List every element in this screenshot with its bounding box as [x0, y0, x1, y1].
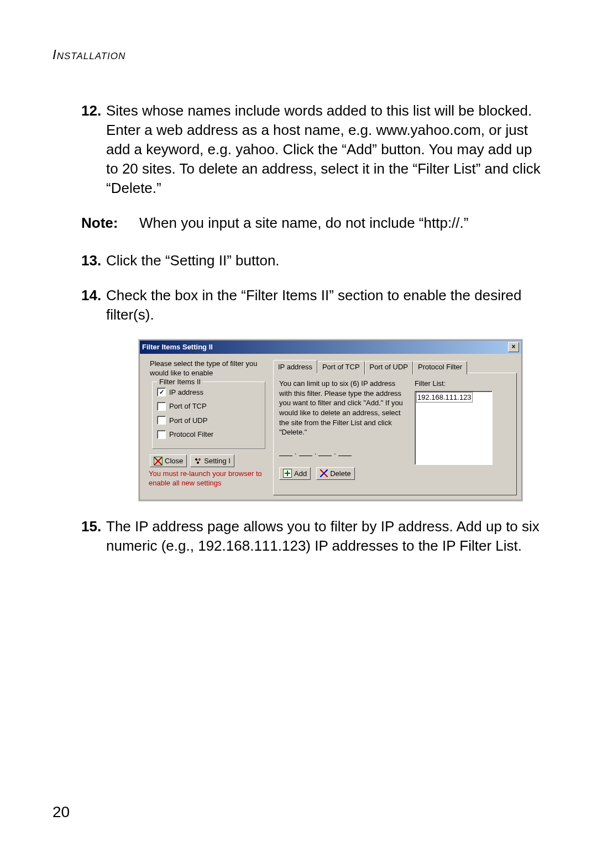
- tab-panel: You can limit up to six (6) IP address w…: [273, 373, 517, 495]
- checkbox-label: Protocol Filter: [169, 430, 213, 440]
- close-icon: [154, 457, 163, 466]
- titlebar: Filter Items Setting II ×: [140, 341, 521, 354]
- delete-icon: [320, 469, 328, 477]
- step-15: 15. The IP address page allows you to fi…: [81, 517, 544, 556]
- left-pane: Please select the type of filter you wou…: [144, 359, 273, 496]
- checkbox-row-protocol[interactable]: Protocol Filter: [157, 430, 260, 440]
- instruction-steps: 12. Sites whose names include words adde…: [81, 101, 544, 556]
- step-14: 14. Check the box in the “Filter Items I…: [81, 286, 544, 325]
- checkbox-icon[interactable]: [157, 388, 166, 396]
- add-icon: [283, 469, 292, 478]
- window-title: Filter Items Setting II: [142, 342, 508, 352]
- step-text: Check the box in the “Filter Items II” s…: [106, 286, 544, 325]
- step-number: 12.: [81, 101, 106, 198]
- ip-octet-field[interactable]: [299, 448, 312, 456]
- tab-port-tcp[interactable]: Port of TCP: [317, 361, 365, 375]
- tab-strip: IP address Port of TCP Port of UDP Proto…: [273, 360, 517, 374]
- note-label: Note:: [81, 213, 139, 233]
- checkbox-row-udp[interactable]: Port of UDP: [157, 416, 260, 426]
- step-text: Sites whose names include words added to…: [106, 101, 544, 198]
- filter-list-label: Filter List:: [415, 379, 511, 389]
- settings-icon: [194, 457, 202, 465]
- checkbox-icon[interactable]: [157, 416, 166, 425]
- step-number: 13.: [81, 251, 106, 270]
- ip-octet-field[interactable]: [318, 448, 332, 456]
- tab-description-column: You can limit up to six (6) IP address w…: [279, 379, 409, 489]
- setting-i-button-label: Setting I: [204, 456, 231, 466]
- note-row: Note: When you input a site name, do not…: [81, 213, 544, 233]
- step-text: Click the “Setting II” button.: [106, 251, 544, 270]
- ip-octet-field[interactable]: [279, 448, 292, 456]
- checkbox-label: IP address: [169, 388, 203, 398]
- ip-octet-field[interactable]: [338, 448, 352, 456]
- step-text: The IP address page allows you to filter…: [106, 517, 544, 556]
- list-item[interactable]: 192.168.111.123: [416, 392, 473, 403]
- delete-button[interactable]: Delete: [316, 467, 355, 480]
- setting-i-button[interactable]: Setting I: [190, 454, 234, 468]
- tab-protocol-filter[interactable]: Protocol Filter: [413, 361, 467, 375]
- note-text: When you input a site name, do not inclu…: [139, 213, 544, 233]
- step-number: 14.: [81, 286, 106, 325]
- add-button[interactable]: Add: [279, 467, 311, 480]
- dot-icon: .: [295, 447, 297, 457]
- tab-ip-address[interactable]: IP address: [273, 360, 317, 374]
- tab-port-udp[interactable]: Port of UDP: [365, 361, 413, 375]
- left-button-row: Close Setting I: [150, 454, 269, 468]
- delete-button-label: Delete: [330, 469, 351, 479]
- checkbox-row-ip[interactable]: IP address: [157, 388, 260, 398]
- checkbox-icon[interactable]: [157, 430, 166, 439]
- ip-address-input[interactable]: . . .: [279, 447, 409, 457]
- embedded-screenshot: Filter Items Setting II × Please select …: [139, 340, 544, 501]
- filter-type-prompt: Please select the type of filter you wou…: [144, 359, 269, 378]
- relaunch-warning: You must re-launch your browser to enabl…: [149, 469, 269, 488]
- dialog-body: Please select the type of filter you wou…: [140, 354, 521, 500]
- checkbox-icon[interactable]: [157, 402, 166, 411]
- checkbox-label: Port of TCP: [169, 401, 207, 411]
- step-13: 13. Click the “Setting II” button.: [81, 251, 544, 270]
- filter-listbox[interactable]: 192.168.111.123: [415, 391, 493, 465]
- window-close-button[interactable]: ×: [508, 342, 519, 352]
- dot-icon: .: [315, 447, 317, 457]
- filter-list-column: Filter List: 192.168.111.123: [409, 379, 511, 489]
- dialog-window: Filter Items Setting II × Please select …: [139, 340, 522, 501]
- dot-icon: .: [334, 447, 336, 457]
- close-button-label: Close: [165, 456, 183, 466]
- section-header: Installation: [53, 47, 544, 62]
- add-delete-row: Add Delete: [279, 467, 409, 480]
- filter-items-groupbox: IP address Port of TCP Port of UDP: [152, 381, 265, 449]
- document-page: Installation 12. Sites whose names inclu…: [0, 0, 597, 868]
- checkbox-label: Port of UDP: [169, 416, 207, 426]
- step-number: 15.: [81, 517, 106, 556]
- add-button-label: Add: [294, 469, 307, 479]
- close-button[interactable]: Close: [150, 454, 187, 468]
- right-pane: IP address Port of TCP Port of UDP Proto…: [273, 359, 517, 496]
- tab-description-text: You can limit up to six (6) IP address w…: [279, 379, 409, 437]
- step-12: 12. Sites whose names include words adde…: [81, 101, 544, 198]
- checkbox-row-tcp[interactable]: Port of TCP: [157, 401, 260, 411]
- page-number: 20: [53, 803, 70, 821]
